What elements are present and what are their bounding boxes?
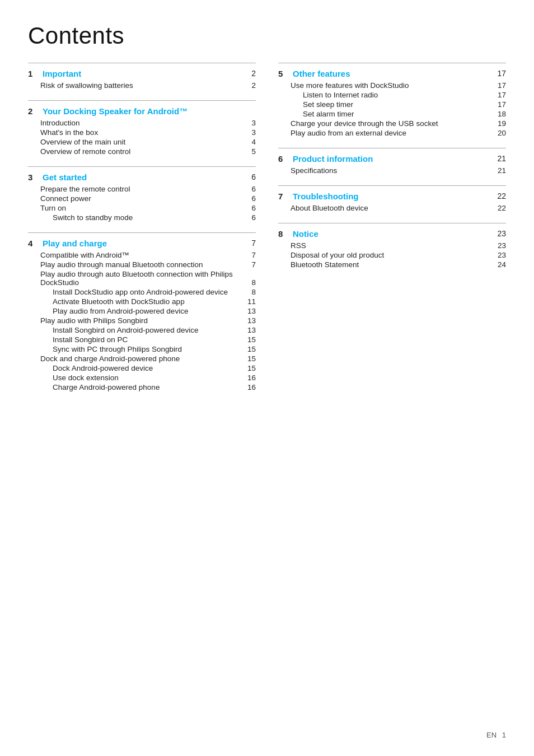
- section-number: 5: [278, 69, 291, 78]
- section-title: Get started: [43, 172, 242, 182]
- toc-item-label: Use more features with DockStudio: [278, 81, 493, 90]
- toc-section-header: 3Get started6: [28, 172, 256, 182]
- toc-item: Dock and charge Android-powered phone15: [28, 354, 256, 363]
- toc-item: Turn on6: [28, 203, 256, 213]
- toc-item-label: Overview of the main unit: [28, 138, 242, 146]
- toc-item: Bluetooth Statement24: [278, 260, 506, 269]
- toc-item-page: 6: [242, 194, 256, 203]
- toc-item: What's in the box3: [28, 128, 256, 137]
- toc-section-header: 8Notice23: [278, 229, 506, 239]
- toc-item: Overview of remote control5: [28, 147, 256, 156]
- toc-item-page: 15: [242, 345, 256, 353]
- section-page: 21: [493, 154, 506, 163]
- toc-item-page: 17: [493, 81, 506, 90]
- toc-item-page: 6: [242, 185, 256, 193]
- toc-item: Dock Android-powered device15: [28, 363, 256, 373]
- toc-item-label: Install Songbird on Android-powered devi…: [28, 326, 242, 334]
- toc-item: Charge Android-powered phone16: [28, 382, 256, 392]
- toc-section: 4Play and charge7Compatible with Android…: [28, 232, 256, 392]
- toc-item-page: 15: [242, 364, 256, 372]
- toc-item: About Bluetooth device22: [278, 203, 506, 213]
- section-page: 6: [242, 172, 256, 181]
- toc-item-page: 8: [242, 278, 256, 287]
- toc-item-label: Play audio through auto Bluetooth connec…: [28, 270, 242, 287]
- toc-item-page: 19: [493, 119, 506, 128]
- toc-left-column: 1Important2Risk of swallowing batteries2…: [28, 63, 256, 402]
- section-page: 7: [242, 239, 256, 248]
- toc-section: 6Product information21Specifications21: [278, 148, 506, 175]
- toc-item-page: 11: [242, 297, 256, 306]
- toc-item: Use more features with DockStudio17: [278, 81, 506, 90]
- toc-item-label: Switch to standby mode: [28, 213, 242, 222]
- toc-item-page: 23: [493, 251, 506, 259]
- section-number: 3: [28, 172, 40, 182]
- toc-item-label: RSS: [278, 241, 493, 250]
- toc-item-label: Introduction: [28, 119, 242, 127]
- toc-item: Switch to standby mode6: [28, 213, 256, 222]
- toc-item-label: About Bluetooth device: [278, 204, 493, 212]
- toc-item-page: 7: [242, 260, 256, 269]
- toc-item: Listen to Internet radio17: [278, 90, 506, 100]
- toc-item-page: 23: [493, 241, 506, 250]
- toc-item-page: 4: [242, 138, 256, 146]
- toc-item-page: 16: [242, 383, 256, 391]
- toc-right-column: 5Other features17Use more features with …: [278, 63, 506, 402]
- toc-item: Risk of swallowing batteries2: [28, 81, 256, 90]
- toc-item: Use dock extension16: [28, 373, 256, 382]
- toc-item: Play audio through manual Bluetooth conn…: [28, 260, 256, 269]
- toc-item-label: Specifications: [278, 166, 493, 175]
- toc-item-page: 2: [242, 81, 256, 90]
- toc-item-label: Activate Bluetooth with DockStudio app: [28, 297, 242, 306]
- section-title: Notice: [293, 229, 493, 239]
- toc-item: Charge your device through the USB socke…: [278, 119, 506, 128]
- toc-item: Install Songbird on PC15: [28, 335, 256, 344]
- toc-item-label: Play audio from an external device: [278, 129, 493, 137]
- page-title: Contents: [28, 22, 506, 49]
- toc-item-label: Charge your device through the USB socke…: [278, 119, 493, 128]
- toc-item-page: 7: [242, 251, 256, 259]
- section-page: 17: [493, 69, 506, 78]
- section-title: Important: [43, 69, 242, 78]
- toc-item-label: Compatible with Android™: [28, 251, 242, 259]
- section-number: 1: [28, 69, 40, 78]
- toc-item-label: Bluetooth Statement: [278, 260, 493, 269]
- toc-item: Set sleep timer17: [278, 100, 506, 109]
- toc-item-page: 3: [242, 128, 256, 137]
- toc-section-header: 5Other features17: [278, 69, 506, 78]
- section-title: Product information: [293, 154, 493, 164]
- section-page: 22: [493, 192, 506, 200]
- toc-item: Play audio through auto Bluetooth connec…: [28, 269, 256, 287]
- section-number: 8: [278, 229, 291, 239]
- toc-item-page: 13: [242, 326, 256, 334]
- toc-item: Introduction3: [28, 118, 256, 128]
- toc-item-label: Disposal of your old product: [278, 251, 493, 259]
- section-number: 7: [278, 192, 291, 201]
- toc-item-label: Dock Android-powered device: [28, 364, 242, 372]
- toc-item-label: Install DockStudio app onto Android-powe…: [28, 288, 242, 296]
- toc-section: 7Troubleshooting22About Bluetooth device…: [278, 185, 506, 213]
- toc-section: 3Get started6Prepare the remote control6…: [28, 166, 256, 222]
- toc-item-page: 6: [242, 213, 256, 222]
- toc-item-page: 17: [493, 100, 506, 109]
- toc-section: 5Other features17Use more features with …: [278, 63, 506, 138]
- footer-page: 1: [502, 731, 506, 739]
- toc-item-page: 13: [242, 307, 256, 315]
- toc-item-label: Play audio with Philips Songbird: [28, 316, 242, 325]
- toc-item-label: Play audio from Android-powered device: [28, 307, 242, 315]
- toc-item: Compatible with Android™7: [28, 250, 256, 260]
- toc-item: Play audio from Android-powered device13: [28, 306, 256, 316]
- toc-item-page: 3: [242, 119, 256, 127]
- toc-item-page: 6: [242, 204, 256, 212]
- toc-item-page: 21: [493, 166, 506, 175]
- toc-item-page: 20: [493, 129, 506, 137]
- toc-item-label: Turn on: [28, 204, 242, 212]
- toc-item-label: Dock and charge Android-powered phone: [28, 354, 242, 363]
- toc-item: RSS23: [278, 241, 506, 250]
- table-of-contents: 1Important2Risk of swallowing batteries2…: [28, 63, 506, 402]
- section-number: 6: [278, 154, 291, 164]
- toc-section: 8Notice23RSS23Disposal of your old produ…: [278, 223, 506, 269]
- toc-section-header: 6Product information21: [278, 154, 506, 164]
- toc-item: Play audio with Philips Songbird13: [28, 316, 256, 325]
- toc-item: Overview of the main unit4: [28, 137, 256, 147]
- toc-item-page: 15: [242, 354, 256, 363]
